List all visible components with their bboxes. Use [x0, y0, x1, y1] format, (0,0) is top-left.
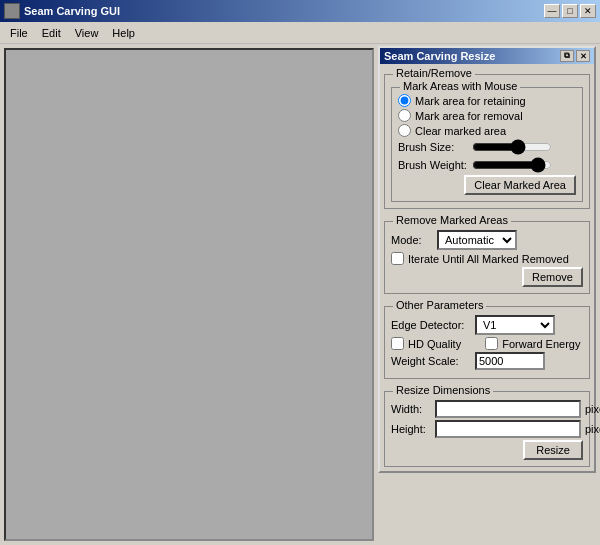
width-input[interactable]: [435, 400, 581, 418]
edge-detector-label: Edge Detector:: [391, 319, 471, 331]
brush-size-label: Brush Size:: [398, 141, 468, 153]
title-bar-controls: — □ ✕: [544, 4, 596, 18]
height-input[interactable]: [435, 420, 581, 438]
menu-help[interactable]: Help: [106, 25, 141, 41]
height-unit: pixels: [585, 423, 600, 435]
title-bar: Seam Carving GUI — □ ✕: [0, 0, 600, 22]
title-bar-left: Seam Carving GUI: [4, 3, 120, 19]
mode-row: Mode: Automatic Manual Custom: [391, 230, 583, 250]
radio-clear-row: Clear marked area: [398, 124, 576, 137]
clear-marked-area-button[interactable]: Clear Marked Area: [464, 175, 576, 195]
other-params-group: Other Parameters Edge Detector: V1 V2 So…: [384, 306, 590, 379]
mode-select[interactable]: Automatic Manual Custom: [437, 230, 517, 250]
radio-clear-label: Clear marked area: [415, 125, 506, 137]
hd-quality-checkbox[interactable]: [391, 337, 404, 350]
forward-energy-label: Forward Energy: [502, 338, 580, 350]
iterate-checkbox[interactable]: [391, 252, 404, 265]
mark-areas-legend: Mark Areas with Mouse: [400, 80, 520, 92]
edge-detector-select[interactable]: V1 V2 Sobel: [475, 315, 555, 335]
edge-detector-row: Edge Detector: V1 V2 Sobel: [391, 315, 583, 335]
app-title: Seam Carving GUI: [24, 5, 120, 17]
panel-content: Retain/Remove Mark Areas with Mouse Mark…: [380, 64, 594, 471]
resize-button[interactable]: Resize: [523, 440, 583, 460]
radio-retain[interactable]: [398, 94, 411, 107]
minimize-button[interactable]: —: [544, 4, 560, 18]
radio-retain-label: Mark area for retaining: [415, 95, 526, 107]
weight-scale-input[interactable]: [475, 352, 545, 370]
brush-weight-row: Brush Weight:: [398, 157, 576, 173]
other-params-legend: Other Parameters: [393, 299, 486, 311]
retain-remove-legend: Retain/Remove: [393, 67, 475, 79]
quality-row: HD Quality Forward Energy: [391, 337, 583, 350]
weight-scale-row: Weight Scale:: [391, 352, 583, 370]
radio-removal[interactable]: [398, 109, 411, 122]
brush-weight-label: Brush Weight:: [398, 159, 468, 171]
brush-size-slider[interactable]: [472, 139, 552, 155]
right-panel: Seam Carving Resize ⧉ ✕ Retain/Remove Ma…: [378, 44, 600, 545]
resize-dimensions-legend: Resize Dimensions: [393, 384, 493, 396]
forward-energy-checkbox[interactable]: [485, 337, 498, 350]
height-row: Height: pixels: [391, 420, 583, 438]
menu-bar: File Edit View Help: [0, 22, 600, 44]
menu-edit[interactable]: Edit: [36, 25, 67, 41]
clear-button-row: Clear Marked Area: [398, 175, 576, 195]
brush-weight-slider[interactable]: [472, 157, 552, 173]
width-label: Width:: [391, 403, 431, 415]
mode-label: Mode:: [391, 234, 431, 246]
maximize-button[interactable]: □: [562, 4, 578, 18]
remove-marked-group: Remove Marked Areas Mode: Automatic Manu…: [384, 221, 590, 294]
close-button[interactable]: ✕: [580, 4, 596, 18]
resize-dimensions-group: Resize Dimensions Width: pixels Height: …: [384, 391, 590, 467]
width-unit: pixels: [585, 403, 600, 415]
main-layout: Seam Carving Resize ⧉ ✕ Retain/Remove Ma…: [0, 44, 600, 545]
panel-title-controls: ⧉ ✕: [560, 50, 590, 62]
resize-button-row: Resize: [391, 440, 583, 460]
retain-remove-group: Retain/Remove Mark Areas with Mouse Mark…: [384, 74, 590, 209]
radio-removal-row: Mark area for removal: [398, 109, 576, 122]
radio-removal-label: Mark area for removal: [415, 110, 523, 122]
menu-file[interactable]: File: [4, 25, 34, 41]
app-icon: [4, 3, 20, 19]
panel-close-button[interactable]: ✕: [576, 50, 590, 62]
menu-view[interactable]: View: [69, 25, 105, 41]
iterate-checkbox-row: Iterate Until All Marked Removed: [391, 252, 583, 265]
panel-title-bar: Seam Carving Resize ⧉ ✕: [380, 48, 594, 64]
mark-areas-group: Mark Areas with Mouse Mark area for reta…: [391, 87, 583, 202]
weight-scale-label: Weight Scale:: [391, 355, 471, 367]
panel-window: Seam Carving Resize ⧉ ✕ Retain/Remove Ma…: [378, 46, 596, 473]
panel-title: Seam Carving Resize: [384, 50, 495, 62]
remove-button[interactable]: Remove: [522, 267, 583, 287]
radio-clear[interactable]: [398, 124, 411, 137]
remove-marked-legend: Remove Marked Areas: [393, 214, 511, 226]
hd-quality-label: HD Quality: [408, 338, 461, 350]
canvas-area[interactable]: [4, 48, 374, 541]
iterate-label: Iterate Until All Marked Removed: [408, 253, 569, 265]
brush-size-row: Brush Size:: [398, 139, 576, 155]
radio-retain-row: Mark area for retaining: [398, 94, 576, 107]
height-label: Height:: [391, 423, 431, 435]
panel-restore-button[interactable]: ⧉: [560, 50, 574, 62]
width-row: Width: pixels: [391, 400, 583, 418]
remove-button-row: Remove: [391, 267, 583, 287]
